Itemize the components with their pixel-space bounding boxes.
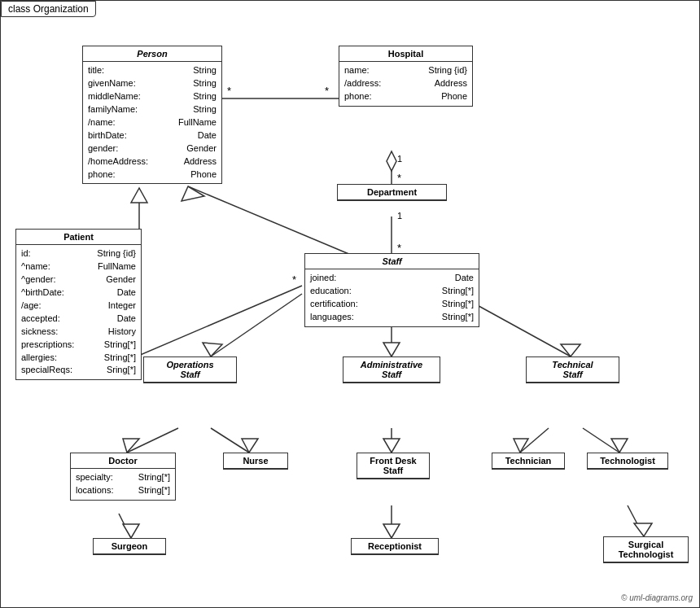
- doctor-class-name: Doctor: [71, 453, 175, 469]
- staff-class: Staff joined:Date education:String[*] ce…: [304, 253, 479, 327]
- svg-marker-2: [387, 151, 396, 171]
- nurse-class: Nurse: [223, 453, 288, 470]
- technologist-class: Technologist: [587, 453, 668, 470]
- svg-marker-17: [242, 439, 258, 453]
- svg-marker-7: [182, 186, 204, 201]
- administrative-staff-class: Administrative Staff: [343, 356, 440, 383]
- technologist-class-name: Technologist: [588, 453, 667, 469]
- person-class-attrs: title:String givenName:String middleName…: [83, 62, 221, 183]
- staff-class-attrs: joined:Date education:String[*] certific…: [305, 269, 479, 326]
- svg-marker-29: [634, 523, 652, 536]
- hospital-class-name: Hospital: [339, 46, 472, 62]
- front-desk-staff-name: Front Desk Staff: [357, 453, 429, 479]
- doctor-class: Doctor specialty:String[*] locations:Str…: [70, 453, 176, 501]
- svg-marker-13: [561, 344, 580, 356]
- svg-line-8: [211, 294, 302, 356]
- surgical-technologist-class: Surgical Technologist: [603, 536, 689, 563]
- svg-line-24: [119, 514, 131, 538]
- patient-class: Patient id:String {id} ^name:FullName ^g…: [15, 229, 142, 380]
- svg-text:1: 1: [397, 154, 402, 164]
- svg-marker-21: [514, 439, 528, 453]
- operations-staff-class: Operations Staff: [143, 356, 237, 383]
- operations-staff-name: Operations Staff: [144, 357, 236, 383]
- diagram-title: class Organization: [1, 1, 96, 17]
- surgeon-class: Surgeon: [93, 538, 166, 555]
- svg-line-20: [520, 428, 549, 453]
- svg-text:*: *: [325, 85, 329, 97]
- hospital-class: Hospital name:String {id} /address:Addre…: [339, 46, 473, 107]
- svg-marker-27: [383, 524, 400, 538]
- diagram-container: class Organization: [0, 0, 700, 608]
- receptionist-class: Receptionist: [351, 538, 439, 555]
- svg-marker-5: [131, 188, 147, 203]
- patient-class-name: Patient: [16, 230, 141, 245]
- technician-class: Technician: [492, 453, 565, 470]
- nurse-class-name: Nurse: [224, 453, 287, 469]
- svg-text:1: 1: [397, 211, 402, 221]
- svg-text:*: *: [292, 273, 296, 286]
- svg-marker-23: [611, 439, 628, 453]
- svg-marker-9: [203, 343, 222, 356]
- staff-class-name: Staff: [305, 254, 479, 269]
- copyright: © uml-diagrams.org: [621, 593, 693, 602]
- svg-marker-19: [383, 439, 400, 453]
- administrative-staff-name: Administrative Staff: [343, 357, 440, 383]
- surgical-technologist-name: Surgical Technologist: [604, 537, 688, 562]
- technical-staff-name: Technical Staff: [527, 357, 619, 383]
- person-class: Person title:String givenName:String mid…: [82, 46, 222, 184]
- svg-marker-25: [123, 524, 139, 538]
- svg-line-6: [188, 186, 351, 255]
- svg-line-14: [127, 428, 178, 453]
- technician-class-name: Technician: [492, 453, 564, 469]
- svg-line-16: [211, 428, 249, 453]
- front-desk-staff-class: Front Desk Staff: [357, 453, 430, 479]
- surgeon-class-name: Surgeon: [94, 539, 165, 554]
- svg-text:*: *: [227, 85, 231, 97]
- department-class: Department: [337, 184, 447, 201]
- person-class-name: Person: [83, 46, 221, 62]
- technical-staff-class: Technical Staff: [526, 356, 619, 383]
- receptionist-class-name: Receptionist: [352, 539, 438, 554]
- svg-line-22: [583, 428, 619, 453]
- doctor-class-attrs: specialty:String[*] locations:String[*]: [71, 469, 175, 500]
- svg-line-28: [628, 505, 644, 536]
- svg-text:*: *: [397, 172, 401, 184]
- svg-text:*: *: [397, 242, 401, 254]
- patient-class-attrs: id:String {id} ^name:FullName ^gender:Ge…: [16, 245, 141, 379]
- svg-marker-11: [383, 343, 400, 356]
- department-class-name: Department: [338, 185, 446, 200]
- svg-marker-15: [123, 439, 139, 453]
- hospital-class-attrs: name:String {id} /address:Address phone:…: [339, 62, 472, 106]
